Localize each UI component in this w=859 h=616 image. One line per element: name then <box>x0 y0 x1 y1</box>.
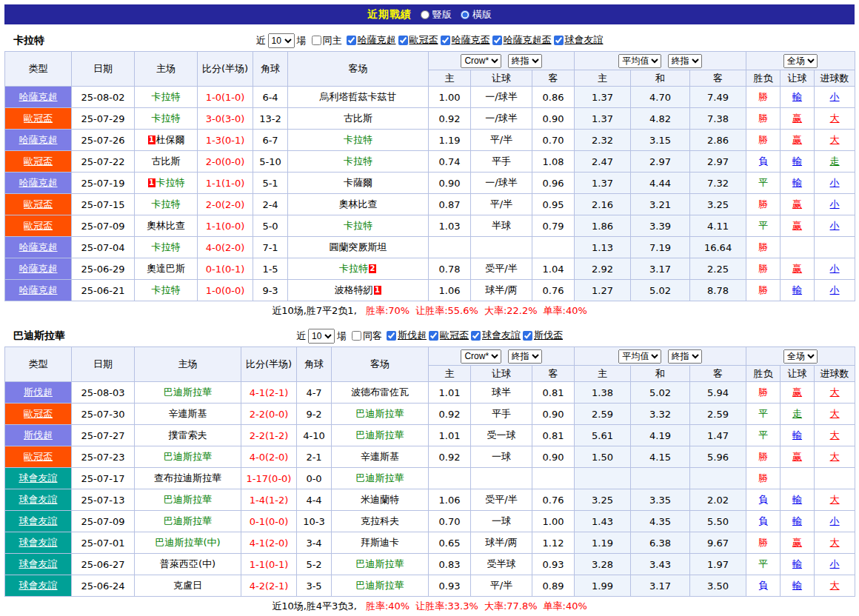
away-team-cell: 波格特紉1 <box>288 280 429 301</box>
league-filter-checkbox[interactable] <box>471 331 481 341</box>
goals-result-cell[interactable]: 小 <box>815 280 855 301</box>
league-cell[interactable]: 斯伐超 <box>5 382 72 404</box>
league-cell[interactable]: 球會友誼 <box>5 575 72 597</box>
home-team-cell: 巴迪斯拉華 <box>135 446 241 468</box>
league-filter-checkbox[interactable] <box>429 331 438 341</box>
league-filter-link[interactable]: 球會友誼 <box>565 33 604 47</box>
league-filter-link[interactable]: 球會友誼 <box>482 329 521 342</box>
fullmatch-select[interactable]: 全场 <box>783 54 818 68</box>
avg-time-select[interactable]: 終指 <box>668 54 702 68</box>
goals-result-cell[interactable]: 大 <box>815 532 855 554</box>
odds-company-select[interactable]: Crow* <box>461 349 501 364</box>
vertical-layout-radio[interactable] <box>421 10 430 19</box>
league-filter-link[interactable]: 斯伐盃 <box>534 329 563 342</box>
result-cell: 勝 <box>746 446 781 468</box>
horizontal-layout-radio[interactable] <box>461 10 469 19</box>
recent-count-select[interactable]: 10 <box>308 329 335 344</box>
games-label: 場 <box>297 34 307 47</box>
league-cell[interactable]: 哈薩克超 <box>5 237 72 258</box>
league-cell[interactable]: 歐冠盃 <box>5 446 72 468</box>
handicap-result-cell[interactable]: 赢 <box>781 532 815 554</box>
league-filter-item: 歐冠盃 <box>427 329 469 342</box>
handicap-result-cell[interactable]: 赢 <box>781 382 815 404</box>
goals-result-cell[interactable]: 大 <box>815 425 855 446</box>
league-cell[interactable]: 歐冠盃 <box>5 108 72 130</box>
league-filter-checkbox[interactable] <box>554 36 564 45</box>
league-filter-checkbox[interactable] <box>387 331 396 341</box>
handicap-result-cell[interactable]: 輸 <box>781 425 815 446</box>
goals-result-cell[interactable]: 大 <box>815 575 855 597</box>
league-filter-link[interactable]: 斯伐超 <box>398 329 427 342</box>
handicap-result-cell[interactable]: 赢 <box>781 258 815 280</box>
league-cell[interactable]: 哈薩克超 <box>5 258 72 280</box>
odds-company-select[interactable]: Crow* <box>461 54 501 68</box>
goals-result-cell[interactable]: 小 <box>815 194 855 215</box>
same-venue-checkbox[interactable] <box>352 331 361 341</box>
league-cell[interactable]: 球會友誼 <box>5 468 72 489</box>
fullmatch-select[interactable]: 全场 <box>783 349 818 364</box>
same-venue-checkbox[interactable] <box>312 36 321 45</box>
handicap-result-cell[interactable]: 輸 <box>781 87 815 108</box>
handicap-result-cell[interactable]: 赢 <box>781 130 815 151</box>
handicap-result-cell[interactable]: 輸 <box>781 173 815 194</box>
goals-result-cell[interactable]: 走 <box>815 151 855 173</box>
league-cell[interactable]: 歐冠盃 <box>5 151 72 173</box>
avg-draw-cell: 4.35 <box>631 511 690 532</box>
handicap-result-cell[interactable]: 輸 <box>781 554 815 575</box>
avg-select[interactable]: 平均值 <box>618 54 661 68</box>
handicap-result-cell[interactable]: 輸 <box>781 511 815 532</box>
goals-result-cell[interactable]: 大 <box>815 489 855 511</box>
league-filter-link[interactable]: 哈薩克超 <box>358 33 396 47</box>
league-cell[interactable]: 哈薩克超 <box>5 87 72 108</box>
handicap-result-cell[interactable]: 赢 <box>781 108 815 130</box>
league-cell[interactable]: 歐冠盃 <box>5 194 72 215</box>
league-cell[interactable]: 歐冠盃 <box>5 404 72 425</box>
league-filter-checkbox[interactable] <box>492 36 502 45</box>
league-cell[interactable]: 球會友誼 <box>5 511 72 532</box>
league-filter-checkbox[interactable] <box>523 331 532 341</box>
league-cell[interactable]: 哈薩克超 <box>5 173 72 194</box>
odds-time-select[interactable]: 終指 <box>508 54 542 68</box>
goals-result-cell[interactable]: 大 <box>815 382 855 404</box>
league-cell[interactable]: 斯伐超 <box>5 425 72 446</box>
league-cell[interactable]: 歐冠盃 <box>5 215 72 237</box>
league-filter-link[interactable]: 歐冠盃 <box>440 329 469 342</box>
goals-result-cell[interactable]: 小 <box>815 258 855 280</box>
handicap-result-cell[interactable]: 輸 <box>781 489 815 511</box>
handicap-result-cell[interactable]: 赢 <box>781 446 815 468</box>
goals-result-cell[interactable]: 小 <box>815 215 855 237</box>
handicap-result-cell[interactable]: 赢 <box>781 194 815 215</box>
handicap-result-cell[interactable]: 輸 <box>781 575 815 597</box>
goals-result-cell[interactable]: 小 <box>815 173 855 194</box>
league-filter-checkbox[interactable] <box>441 36 450 45</box>
goals-result-cell[interactable]: 大 <box>815 446 855 468</box>
league-cell[interactable]: 球會友誼 <box>5 489 72 511</box>
odds-handicap-cell <box>471 237 532 258</box>
league-cell[interactable]: 哈薩克超 <box>5 280 72 301</box>
odds-time-select[interactable]: 終指 <box>508 349 542 364</box>
goals-result-cell[interactable]: 大 <box>815 108 855 130</box>
league-cell[interactable]: 球會友誼 <box>5 554 72 575</box>
handicap-result-cell[interactable]: 走 <box>781 404 815 425</box>
league-filter-link[interactable]: 哈薩克盃 <box>452 33 490 47</box>
league-cell[interactable]: 球會友誼 <box>5 532 72 554</box>
odds-home-cell: 0.87 <box>429 194 471 215</box>
goals-result-cell[interactable]: 小 <box>815 554 855 575</box>
goals-result-cell[interactable]: 大 <box>815 130 855 151</box>
goals-result-cell[interactable]: 小 <box>815 511 855 532</box>
league-filter-checkbox[interactable] <box>347 36 356 45</box>
league-filter-checkbox[interactable] <box>398 36 408 45</box>
league-filter-link[interactable]: 歐冠盃 <box>410 33 438 47</box>
goals-result-cell[interactable]: 小 <box>815 87 855 108</box>
league-filter-link[interactable]: 哈薩克超盃 <box>504 33 552 47</box>
handicap-result-cell[interactable]: 輸 <box>781 280 815 301</box>
recent-count-select[interactable]: 10 <box>268 33 295 48</box>
avg-select[interactable]: 平均值 <box>618 349 661 364</box>
league-cell[interactable]: 哈薩克超 <box>5 130 72 151</box>
odds-home-cell: 1.19 <box>429 130 471 151</box>
home-team-cell: 卡拉特 <box>135 237 198 258</box>
goals-result-cell[interactable]: 大 <box>815 404 855 425</box>
avg-time-select[interactable]: 終指 <box>668 349 702 364</box>
handicap-result-cell[interactable]: 輸 <box>781 151 815 173</box>
handicap-result-cell[interactable]: 赢 <box>781 215 815 237</box>
